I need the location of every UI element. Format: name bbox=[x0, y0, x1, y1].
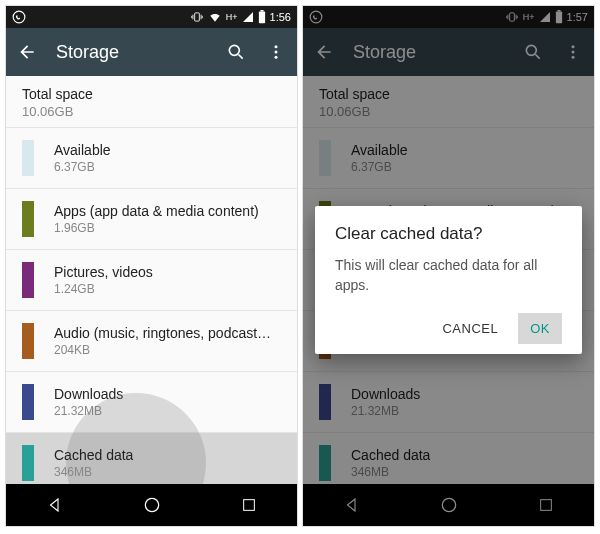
back-icon[interactable] bbox=[16, 41, 38, 63]
phone-left: H+ 1:56 Storage Total space 10.06GB bbox=[5, 5, 298, 527]
row-label: Available bbox=[54, 142, 111, 158]
phone-right: H+ 1:57 Storage Total space 10.06GB bbox=[302, 5, 595, 527]
svg-rect-2 bbox=[258, 12, 264, 24]
clear-cache-dialog: Clear cached data? This will clear cache… bbox=[315, 206, 582, 354]
total-space-row[interactable]: Total space 10.06GB bbox=[6, 76, 297, 127]
total-space-label: Total space bbox=[22, 86, 281, 102]
storage-list: Total space 10.06GB Available 6.37GB App… bbox=[6, 76, 297, 484]
row-label: Apps (app data & media content) bbox=[54, 203, 259, 219]
row-audio[interactable]: Audio (music, ringtones, podcasts, et.. … bbox=[6, 311, 297, 371]
row-apps[interactable]: Apps (app data & media content) 1.96GB bbox=[6, 189, 297, 249]
ok-button[interactable]: OK bbox=[518, 313, 562, 344]
swatch-icon bbox=[22, 201, 34, 237]
swatch-icon bbox=[22, 323, 34, 359]
overflow-icon[interactable] bbox=[265, 41, 287, 63]
nav-recent-icon[interactable] bbox=[238, 494, 260, 516]
dialog-title: Clear cached data? bbox=[335, 224, 562, 244]
status-bar: H+ 1:56 bbox=[6, 6, 297, 28]
svg-point-0 bbox=[13, 11, 25, 23]
page-title: Storage bbox=[56, 42, 207, 63]
svg-rect-3 bbox=[260, 10, 263, 12]
whatsapp-icon bbox=[12, 10, 26, 24]
clock-label: 1:56 bbox=[270, 11, 291, 23]
swatch-icon bbox=[22, 140, 34, 176]
signal-icon bbox=[242, 11, 254, 23]
row-pictures[interactable]: Pictures, videos 1.24GB bbox=[6, 250, 297, 310]
cancel-button[interactable]: CANCEL bbox=[430, 313, 510, 344]
row-value: 1.24GB bbox=[54, 282, 153, 296]
app-bar: Storage bbox=[6, 28, 297, 76]
swatch-icon bbox=[22, 445, 34, 481]
battery-icon bbox=[258, 10, 266, 24]
network-label: H+ bbox=[226, 12, 238, 22]
nav-back-icon[interactable] bbox=[44, 494, 66, 516]
svg-point-4 bbox=[229, 45, 239, 55]
dialog-body: This will clear cached data for all apps… bbox=[335, 256, 562, 295]
svg-point-6 bbox=[275, 51, 278, 54]
row-label: Audio (music, ringtones, podcasts, et.. bbox=[54, 325, 274, 341]
svg-point-5 bbox=[275, 45, 278, 48]
row-available[interactable]: Available 6.37GB bbox=[6, 128, 297, 188]
svg-rect-1 bbox=[194, 13, 199, 21]
row-value: 204KB bbox=[54, 343, 274, 357]
row-label: Pictures, videos bbox=[54, 264, 153, 280]
swatch-icon bbox=[22, 384, 34, 420]
row-cached-data[interactable]: Cached data 346MB bbox=[6, 433, 297, 484]
swatch-icon bbox=[22, 262, 34, 298]
row-value: 346MB bbox=[54, 465, 133, 479]
nav-bar bbox=[6, 484, 297, 526]
svg-point-8 bbox=[145, 498, 158, 511]
search-icon[interactable] bbox=[225, 41, 247, 63]
vibrate-icon bbox=[190, 10, 204, 24]
svg-point-7 bbox=[275, 56, 278, 59]
total-space-value: 10.06GB bbox=[22, 104, 281, 119]
row-value: 1.96GB bbox=[54, 221, 259, 235]
nav-home-icon[interactable] bbox=[141, 494, 163, 516]
svg-rect-9 bbox=[243, 500, 254, 511]
row-value: 6.37GB bbox=[54, 160, 111, 174]
row-label: Cached data bbox=[54, 447, 133, 463]
wifi-icon bbox=[208, 10, 222, 24]
